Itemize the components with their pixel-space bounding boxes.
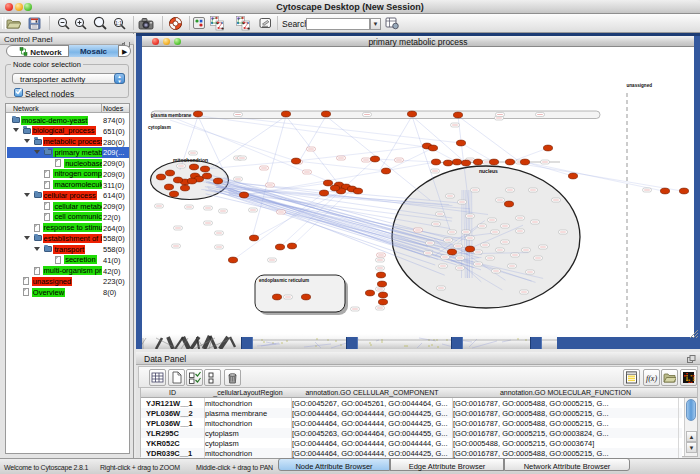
svg-text:1:1: 1:1 xyxy=(115,20,122,26)
svg-text:mitochondrion: mitochondrion xyxy=(173,157,208,163)
svg-text:nucleus: nucleus xyxy=(479,168,498,174)
svg-text:plasma membrane: plasma membrane xyxy=(151,113,192,118)
svg-text:unassigned: unassigned xyxy=(627,83,653,88)
svg-text:cytoplasm: cytoplasm xyxy=(148,125,171,130)
svg-text:endoplasmic reticulum: endoplasmic reticulum xyxy=(259,278,309,283)
svg-text:f(x): f(x) xyxy=(646,374,657,383)
